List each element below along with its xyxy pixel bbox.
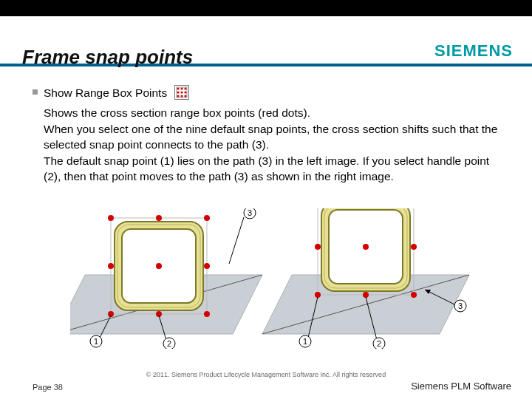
- svg-point-17: [108, 215, 114, 221]
- svg-point-46: [411, 292, 417, 298]
- svg-point-43: [411, 244, 417, 250]
- svg-point-2: [177, 87, 180, 89]
- svg-point-25: [204, 311, 210, 317]
- figure-area: 3 1 2: [70, 208, 469, 349]
- svg-point-4: [185, 87, 187, 89]
- page-title: Frame snap points: [22, 46, 193, 69]
- paragraph-3: The default snap point (1) lies on the p…: [44, 154, 502, 184]
- svg-point-44: [315, 292, 321, 298]
- label-2-left: 2: [167, 339, 171, 348]
- svg-point-8: [177, 95, 180, 97]
- footer-brand: Siemens PLM Software: [411, 381, 511, 392]
- label-1-right: 1: [303, 337, 307, 346]
- bullet-heading: Show Range Box Points: [44, 85, 189, 104]
- siemens-logo: SIEMENS: [434, 41, 513, 61]
- svg-point-20: [108, 263, 114, 269]
- footer: © 2011. Siemens Product Lifecycle Manage…: [0, 366, 532, 399]
- header: Frame snap points SIEMENS: [0, 16, 532, 66]
- svg-point-42: [363, 244, 369, 250]
- svg-point-21: [156, 263, 162, 269]
- label-3-left: 3: [248, 208, 252, 217]
- svg-point-7: [185, 91, 187, 93]
- svg-point-6: [181, 91, 183, 93]
- figure-pair: 3 1 2: [70, 208, 469, 349]
- top-black-bar: [0, 0, 532, 16]
- svg-point-19: [204, 215, 210, 221]
- svg-point-5: [177, 91, 180, 93]
- figure-left: 3 1 2: [70, 208, 262, 349]
- label-2-right: 2: [377, 339, 381, 348]
- content-block: Show Range Box Points: [33, 85, 502, 185]
- figure-right: 3 1 2: [262, 208, 469, 349]
- paragraph-2: When you select one of the nine default …: [44, 122, 502, 152]
- slide-page: Frame snap points SIEMENS Show Range Box…: [0, 0, 532, 399]
- svg-point-3: [181, 87, 183, 89]
- range-box-icon: [174, 85, 189, 104]
- bullet-item: Show Range Box Points: [33, 85, 502, 104]
- paragraph-1: Shows the cross section range box points…: [44, 106, 502, 121]
- bullet-heading-text: Show Range Box Points: [44, 86, 167, 99]
- page-number: Page 38: [33, 383, 63, 392]
- bullet-square-icon: [33, 89, 38, 95]
- svg-line-26: [229, 217, 244, 264]
- copyright-text: © 2011. Siemens Product Lifecycle Manage…: [0, 371, 532, 378]
- label-3-right: 3: [458, 301, 463, 310]
- svg-point-45: [363, 292, 369, 298]
- svg-point-41: [315, 244, 321, 250]
- svg-point-10: [185, 95, 187, 97]
- label-1-left: 1: [94, 337, 98, 346]
- svg-point-18: [156, 215, 162, 221]
- svg-point-22: [204, 263, 210, 269]
- svg-point-9: [181, 95, 183, 97]
- figure-svg: 3 1 2: [70, 208, 469, 349]
